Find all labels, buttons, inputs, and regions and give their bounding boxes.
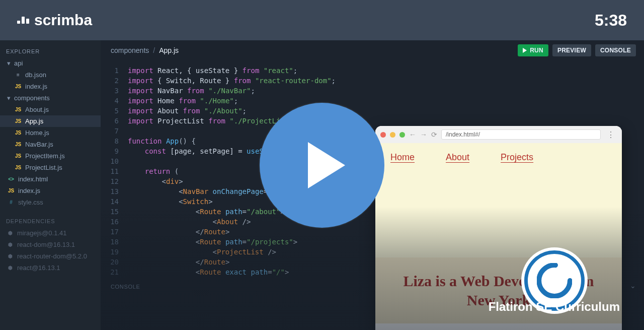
file-style-css[interactable]: # style.css <box>0 196 101 208</box>
code-line: 4import Home from "./Home"; <box>105 96 634 106</box>
file-projectitem-js[interactable]: JS ProjectItem.js <box>0 150 101 162</box>
line-number: 14 <box>105 196 119 207</box>
gravatar-swirl-icon <box>537 263 572 298</box>
package-icon: ⬢ <box>6 242 14 247</box>
code-content: <Route path="/about"> <box>128 207 285 217</box>
line-number: 3 <box>105 86 119 96</box>
code-content: <Route path="/projects"> <box>128 237 297 247</box>
folder-api[interactable]: ▾ api <box>0 57 101 69</box>
line-number: 18 <box>105 237 119 247</box>
line-number: 21 <box>105 267 119 277</box>
file-label: About.js <box>25 106 49 113</box>
file-label: index.js <box>18 187 40 194</box>
code-content: import About from "./About"; <box>128 106 247 116</box>
preview-nav-home[interactable]: Home <box>390 152 415 163</box>
folder-label: components <box>14 94 50 102</box>
preview-nav-projects[interactable]: Projects <box>501 152 533 163</box>
sidebar: EXPLORER ▾ api ≡ db.json JS index.js ▾ c… <box>0 40 101 330</box>
line-number: 7 <box>105 126 119 136</box>
run-button[interactable]: RUN <box>518 44 548 56</box>
js-icon: JS <box>14 153 22 159</box>
html-icon: <> <box>7 176 15 182</box>
play-video-button[interactable] <box>260 103 384 228</box>
svg-point-0 <box>539 265 570 296</box>
line-number: 1 <box>105 65 119 76</box>
line-number: 10 <box>105 156 119 166</box>
file-app-js[interactable]: JS App.js <box>0 115 101 127</box>
brand-text: scrimba <box>34 12 92 29</box>
play-icon <box>523 48 527 53</box>
file-db-json[interactable]: ≡ db.json <box>0 69 101 81</box>
line-number: 20 <box>105 257 119 267</box>
line-number: 4 <box>105 96 119 106</box>
css-icon: # <box>7 200 15 205</box>
dep-label: react-router-dom@5.2.0 <box>17 252 87 260</box>
traffic-light-max-icon[interactable] <box>399 132 405 138</box>
traffic-light-close-icon[interactable] <box>380 132 386 138</box>
code-content: <Route exact path="/"> <box>128 267 289 277</box>
js-icon: JS <box>7 188 15 193</box>
dependencies-list: ⬢miragejs@0.1.41 ⬢react-dom@16.13.1 ⬢rea… <box>0 227 101 274</box>
code-content: <Switch> <box>128 196 213 207</box>
code-line: 1import React, { useState } from "react"… <box>105 65 634 76</box>
dependency-item[interactable]: ⬢react@16.13.1 <box>0 262 101 274</box>
code-content: <About /> <box>128 217 251 227</box>
dependency-item[interactable]: ⬢miragejs@0.1.41 <box>0 227 101 239</box>
json-icon: ≡ <box>14 72 22 78</box>
file-root-index-js[interactable]: JS index.js <box>0 185 101 196</box>
console-panel-label: CONSOLE <box>111 284 140 290</box>
file-navbar-js[interactable]: JS NavBar.js <box>0 139 101 150</box>
line-number: 5 <box>105 106 119 116</box>
file-label: App.js <box>25 117 43 125</box>
breadcrumb-parent[interactable]: components <box>111 46 149 54</box>
dep-label: react-dom@16.13.1 <box>17 241 75 248</box>
code-content: </Route> <box>128 257 229 267</box>
file-index-html[interactable]: <> index.html <box>0 173 101 185</box>
package-icon: ⬢ <box>6 265 14 271</box>
file-about-js[interactable]: JS About.js <box>0 104 101 115</box>
line-number: 8 <box>105 136 119 146</box>
logo: scrimba <box>17 12 92 29</box>
reload-icon[interactable]: ⟳ <box>431 130 437 139</box>
console-button[interactable]: CONSOLE <box>595 44 636 56</box>
file-label: index.html <box>18 175 48 183</box>
breadcrumb-current: App.js <box>159 46 179 54</box>
kebab-menu-icon[interactable]: ⋮ <box>605 130 617 140</box>
file-label: db.json <box>25 71 46 79</box>
file-projectlist-js[interactable]: JS ProjectList.js <box>0 162 101 173</box>
file-home-js[interactable]: JS Home.js <box>0 127 101 139</box>
file-label: Home.js <box>25 129 49 137</box>
line-number: 2 <box>105 76 119 86</box>
preview-label: PREVIEW <box>557 47 586 54</box>
js-icon: JS <box>14 165 22 170</box>
preview-nav-about[interactable]: About <box>446 152 469 163</box>
back-icon[interactable]: ← <box>409 130 416 139</box>
code-content: import Home from "./Home"; <box>128 96 238 106</box>
folder-components[interactable]: ▾ components <box>0 92 101 104</box>
line-number: 9 <box>105 146 119 156</box>
line-number: 15 <box>105 207 119 217</box>
js-icon: JS <box>14 130 22 136</box>
code-content: import ProjectList from "./ProjectList"; <box>128 116 297 126</box>
line-number: 6 <box>105 116 119 126</box>
file-api-index-js[interactable]: JS index.js <box>0 81 101 92</box>
dependency-item[interactable]: ⬢react-router-dom@5.2.0 <box>0 250 101 262</box>
file-label: ProjectList.js <box>25 164 62 171</box>
package-icon: ⬢ <box>6 230 14 236</box>
folder-label: api <box>14 59 23 67</box>
line-number: 11 <box>105 166 119 176</box>
forward-icon[interactable]: → <box>420 130 427 139</box>
preview-button[interactable]: PREVIEW <box>552 44 591 56</box>
dep-label: react@16.13.1 <box>17 264 60 272</box>
breadcrumb-sep: / <box>153 46 155 54</box>
traffic-light-min-icon[interactable] <box>390 132 395 138</box>
logo-mark-icon <box>17 17 29 24</box>
dependency-item[interactable]: ⬢react-dom@16.13.1 <box>0 239 101 250</box>
url-bar[interactable]: /index.html#/ <box>441 129 601 140</box>
chevron-down-icon[interactable]: ⌄ <box>630 282 636 290</box>
line-number: 19 <box>105 247 119 257</box>
code-content: function App() { <box>128 136 196 146</box>
preview-nav: Home About Projects <box>375 143 622 172</box>
caret-down-icon: ▾ <box>6 59 11 67</box>
dep-label: miragejs@0.1.41 <box>17 229 66 237</box>
